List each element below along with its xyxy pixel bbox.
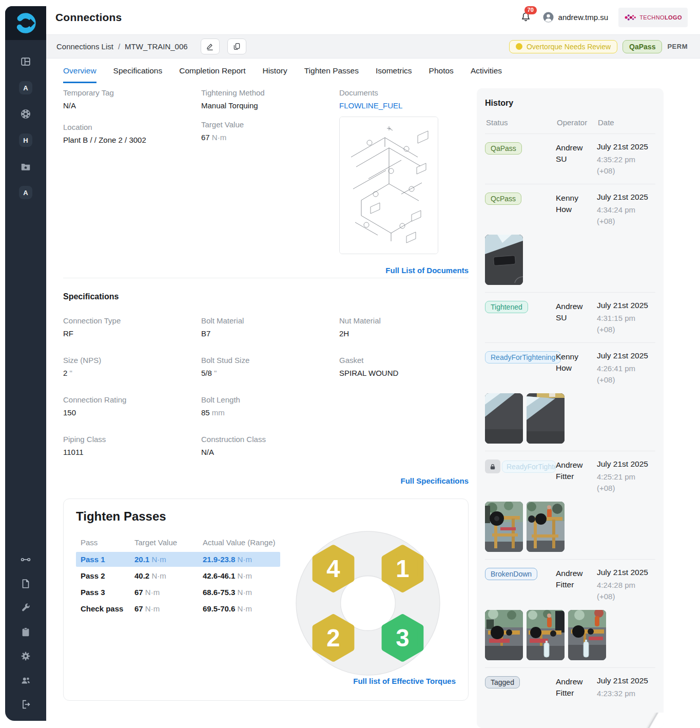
bolt-4[interactable]: 4 [316,548,352,589]
sidebar-item-a1[interactable]: A [19,81,32,94]
full-specifications-link[interactable]: Full Specifications [63,476,469,485]
table-row-pass1[interactable]: Pass 1 20.1 N·m 21.9-23.8 N·m [76,552,280,567]
sidebar-item-dashboard[interactable] [20,55,32,68]
bolt-3[interactable]: 3 [385,617,421,659]
tab-history[interactable]: History [262,59,287,83]
svg-text:2: 2 [326,624,340,652]
field-piping-class: Piping Class 11011 [63,435,201,456]
field-connection-rating: Connection Rating 150 [63,395,201,417]
bolt-2[interactable]: 2 [316,617,352,659]
table-row-pass2[interactable]: Pass 2 40.2 N·m 42.6-46.1 N·m [76,568,280,583]
field-connection-type: Connection Type RF [63,316,201,338]
user-menu[interactable]: andrew.tmp.su [542,11,609,23]
sidebar-item-logout[interactable] [20,698,32,711]
field-bolt-material: Bolt Material B7 [201,316,339,338]
sidebar-item-tools[interactable] [20,602,32,614]
edit-button[interactable] [201,39,220,54]
photo-workshop-scene-3[interactable] [568,610,606,660]
copy-button[interactable] [227,39,246,54]
photo-workshop-scene-2[interactable] [527,610,565,660]
history-row-tightened: Tightened Andrew SU July 21st 2025 4:31:… [485,292,655,342]
svg-text:4: 4 [326,555,340,582]
photo-workshop-cart-2[interactable] [527,502,565,552]
app-logo[interactable] [5,6,46,40]
field-gasket: Gasket SPIRAL WOUND [339,356,469,377]
breadcrumb-current: MTW_TRAIN_006 [125,42,188,51]
field-tightening-method: Tightening Method Manual Torquing [201,88,339,110]
tab-overview[interactable]: Overview [63,59,96,83]
status-badge: QcPass [485,193,521,205]
full-documents-link[interactable]: Full List of Documents [339,266,469,275]
photo-dark-table-2[interactable] [527,393,565,444]
wrench-logo-icon [14,11,37,35]
chip-letter: H [23,137,28,144]
sidebar-item-settings[interactable] [20,650,32,662]
folder-star-icon [20,161,31,172]
field-construction-class: Construction Class N/A [201,435,339,456]
chip-letter: A [23,189,28,197]
document-thumbnail[interactable] [339,117,438,254]
sidebar-item-a2[interactable]: A [19,186,32,199]
isometric-drawing [340,117,438,254]
qapass-badge: QaPass [623,40,662,53]
logout-icon [20,699,31,710]
full-effective-torques-link[interactable]: Full list of Effective Torques [76,677,456,685]
field-temporary-tag: Temporary Tag N/A [63,88,201,110]
tab-photos[interactable]: Photos [429,59,454,83]
overview-section: Temporary Tag N/A Location Plant B / / Z… [63,88,469,275]
app-sidebar: A H A [5,6,46,721]
history-row-brokendown: BrokenDown Andrew Fitter July 21st 2025 … [485,559,655,667]
field-bolt-stud-size: Bolt Stud Size 5/8 " [201,356,339,377]
notification-count-badge: 70 [524,6,537,14]
sidebar-item-links[interactable] [20,553,32,566]
document-link[interactable]: FLOWLINE_FUEL [339,101,402,110]
tab-isometrics[interactable]: Isometrics [376,59,412,83]
tab-specifications[interactable]: Specifications [113,59,163,83]
status-badge-disabled: ReadyForTightening [502,461,556,473]
documents-label: Documents [339,88,469,97]
photo-workshop-cart-1[interactable] [485,502,523,552]
users-icon [20,675,31,686]
gear-icon [20,650,31,662]
bolt-1[interactable]: 1 [385,548,421,589]
specifications-title: Specifications [63,292,469,301]
sidebar-item-projects[interactable] [20,160,32,173]
sidebar-item-reports[interactable] [20,626,32,638]
tab-tighten-passes[interactable]: Tighten Passes [304,59,359,83]
sidebar-item-documents[interactable] [20,578,32,590]
photo-dark-table-1[interactable] [485,393,523,444]
tab-activities[interactable]: Activities [471,59,502,83]
status-badge: Tightened [485,301,528,313]
main-area: Connections 70 andrew.tmp.su [46,0,700,728]
clipboard-icon [20,626,31,638]
overtorque-badge: Overtorque Needs Review [509,40,617,53]
topbar: Connections 70 andrew.tmp.su [46,0,700,35]
copy-icon [232,42,241,51]
history-row-qcpass: QcPass Kenny How July 21st 2025 4:34:24 … [485,184,655,292]
pencil-icon [206,42,215,51]
photo-phone-on-table[interactable] [485,235,523,285]
field-target-value: Target Value 67 N·m [201,120,339,142]
svg-text:3: 3 [396,624,409,652]
history-row-readyfortightening: ReadyForTightening Kenny How July 21st 2… [485,342,655,451]
avatar-icon [542,11,554,23]
table-row-checkpass[interactable]: Check pass 67 N·m 69.5-70.6 N·m [76,601,280,616]
status-badge: QaPass [485,142,522,155]
field-size-nps: Size (NPS) 2 " [63,356,201,377]
photo-workshop-scene-1[interactable] [485,610,523,660]
table-row-pass3[interactable]: Pass 3 67 N·m 68.6-75.3 N·m [76,585,280,600]
file-icon [20,578,31,589]
notifications-button[interactable]: 70 [520,11,532,24]
specifications-section: Specifications Connection Type RF Size (… [63,292,469,485]
breadcrumb-root[interactable]: Connections List [56,42,113,51]
brand-logo: TECHNOLOGO [618,8,688,27]
sidebar-item-h[interactable]: H [19,133,32,147]
tab-bar: Overview Specifications Completion Repor… [46,59,700,83]
sidebar-item-connections[interactable] [20,108,32,120]
perm-label: PERM [667,43,688,50]
tighten-passes-table: Pass Target Value Actual Value (Range) P… [76,535,280,677]
brand-dots-icon [624,12,636,23]
tab-completion-report[interactable]: Completion Report [179,59,245,83]
sidebar-item-users[interactable] [20,674,32,686]
status-badge: BrokenDown [485,568,537,580]
